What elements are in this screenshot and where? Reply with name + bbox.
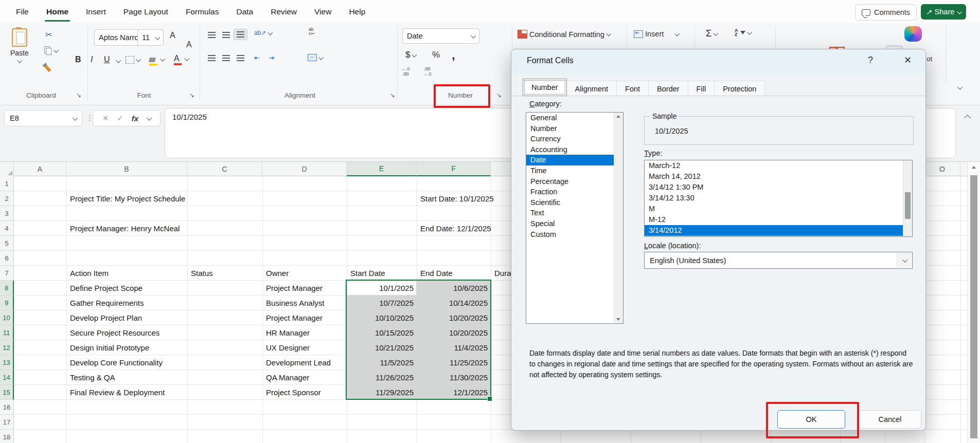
category-listbox[interactable]: General Number Currency Accounting Date … [526,112,623,324]
category-option[interactable]: Special [526,218,618,229]
cell-d9[interactable]: Business Analyst [266,296,324,310]
cell-b14[interactable]: Testing & QA [70,370,115,385]
column-header-d[interactable]: D [262,162,347,176]
number-format-combobox[interactable]: Date [402,28,479,44]
type-option[interactable]: M [645,204,907,214]
font-color-button[interactable]: A [174,54,188,63]
insert-cells-button[interactable]: Insert [634,30,679,38]
fill-handle[interactable] [487,396,492,401]
paste-button[interactable]: Paste [10,28,29,63]
category-option[interactable]: Number [526,123,618,134]
autosum-button[interactable]: Σ [706,28,717,39]
vertical-scrollbar[interactable] [967,162,980,443]
underline-button[interactable]: U [104,55,110,64]
category-option[interactable]: Custom [526,229,618,240]
conditional-formatting-button[interactable]: Conditional Formatting [518,30,610,39]
scrollbar-thumb[interactable] [970,175,977,438]
cell-b2[interactable]: Project Title: My Project Schedule [70,191,185,206]
orientation-button[interactable]: ab↗ [254,29,272,36]
tab-number[interactable]: Number [523,79,567,96]
row-header-14[interactable]: 14 [0,370,14,385]
cell-d14[interactable]: QA Manager [266,370,309,385]
decrease-decimal-button[interactable]: .00→.0 [423,66,432,77]
close-icon[interactable]: ✕ [904,54,912,66]
cell-c7[interactable]: Status [191,266,213,281]
cell-b10[interactable]: Develop Project Plan [70,310,142,325]
row-header-17[interactable]: 17 [0,415,14,430]
column-header-f[interactable]: F [417,162,491,176]
scroll-up-icon[interactable] [972,166,976,169]
sort-filter-button[interactable]: AZ [735,28,751,36]
type-option[interactable]: M-12 [645,214,907,225]
menu-tab-insert[interactable]: Insert [77,0,115,23]
cell-d15[interactable]: Project Sponsor [266,385,321,400]
locale-combobox[interactable]: English (United States) [644,252,913,269]
row-header-12[interactable]: 12 [0,340,14,355]
category-option[interactable]: General [526,113,618,123]
row-header-2[interactable]: 2 [0,191,14,206]
menu-tab-help[interactable]: Help [340,0,374,23]
insert-function-icon[interactable]: fx [132,114,138,123]
enter-entry-icon[interactable]: ✓ [117,114,123,122]
copy-button[interactable] [44,46,58,54]
cell-b9[interactable]: Gather Requirements [70,296,144,310]
type-option[interactable]: 3/14/12 1:30 PM [645,182,907,193]
cell-b11[interactable]: Secure Project Resources [70,325,159,340]
dialog-titlebar[interactable] [511,49,925,74]
scroll-down-icon[interactable] [616,318,620,321]
row-header-9[interactable]: 9 [0,296,14,310]
comma-button[interactable]: , [452,48,455,62]
category-option[interactable]: Accounting [526,144,618,155]
cell-f7[interactable]: End Date [420,266,453,281]
tab-protection[interactable]: Protection [714,81,765,96]
merge-center-button[interactable] [308,54,323,61]
type-option[interactable]: 3/14/12 13:30 [645,193,907,204]
borders-button[interactable] [126,56,140,64]
align-center-button[interactable] [219,52,233,64]
row-header-1[interactable]: 1 [0,176,14,191]
font-size-combobox[interactable]: 11 [137,29,164,46]
comments-button[interactable]: Comments [855,4,917,21]
column-header-o[interactable]: O [924,162,960,176]
name-box[interactable]: E8 [4,110,82,126]
cancel-entry-icon[interactable]: ✕ [102,114,109,122]
row-header-16[interactable]: 16 [0,400,14,415]
category-option[interactable]: Fraction [526,187,618,197]
bold-button[interactable]: B [75,55,81,64]
cut-button[interactable]: ✂ [45,30,52,40]
cell-d8[interactable]: Project Manager [266,281,323,296]
row-header-6[interactable]: 6 [0,251,14,266]
menu-tab-view[interactable]: View [306,0,340,23]
category-option-selected[interactable]: Date [526,155,618,165]
cell-b15[interactable]: Final Review & Deployment [70,385,165,400]
align-middle-button[interactable] [219,29,233,41]
select-all-corner[interactable] [0,162,14,176]
menu-tab-page-layout[interactable]: Page Layout [115,0,177,23]
menu-tab-data[interactable]: Data [227,0,262,23]
column-header-c[interactable]: C [187,162,262,176]
cell-d10[interactable]: Project Manager [266,310,323,325]
cell-b7[interactable]: Action Item [70,266,109,281]
shrink-font-button[interactable]: A [186,40,980,49]
column-header-e[interactable]: E [347,162,417,176]
row-header-3[interactable]: 3 [0,206,14,221]
currency-button[interactable]: $ [405,50,416,60]
type-option[interactable]: March-12 [645,160,907,171]
cell-d7[interactable]: Owner [266,266,289,281]
row-header-7[interactable]: 7 [0,266,14,281]
dialog-launcher-icon[interactable]: ↘ [390,91,395,99]
row-header-11[interactable]: 11 [0,325,14,340]
align-top-button[interactable] [205,29,219,41]
increase-decimal-button[interactable]: ←.0.00 [401,66,410,77]
category-option[interactable]: Text [526,208,618,218]
row-header-5[interactable]: 5 [0,236,14,251]
chevron-down-icon[interactable] [147,115,152,120]
tab-fill[interactable]: Fill [688,81,715,96]
dialog-launcher-icon[interactable]: ↘ [76,91,81,99]
align-left-button[interactable] [205,52,219,64]
type-scrollbar[interactable] [903,160,912,236]
menu-tab-file[interactable]: File [7,0,38,23]
collapse-ribbon-icon[interactable] [957,85,963,90]
format-painter-button[interactable] [46,65,49,72]
fill-color-button[interactable] [149,55,164,64]
